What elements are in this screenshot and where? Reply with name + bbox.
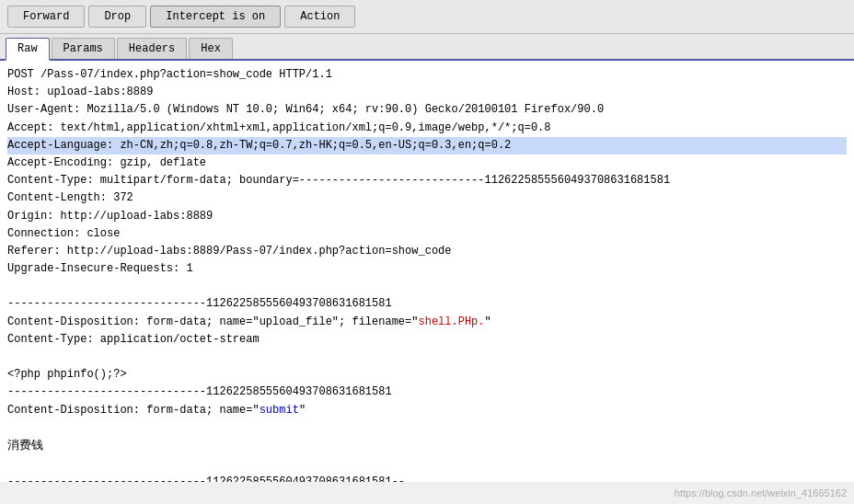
request-line-5: Accept-Language: zh-CN,zh;q=0.8,zh-TW;q=… [7,137,847,155]
request-line-12: Upgrade-Insecure-Requests: 1 [7,260,847,278]
toolbar: Forward Drop Intercept is on Action [0,0,854,34]
request-line-3: User-Agent: Mozilla/5.0 (Windows NT 10.0… [7,101,847,119]
request-line-10: Connection: close [7,225,847,243]
request-line-14: ------------------------------1126225855… [7,295,847,313]
request-line-22: 消费钱 [7,437,847,456]
intercept-button[interactable]: Intercept is on [150,6,281,28]
request-line-23 [7,456,847,474]
request-line-15: Content-Disposition: form-data; name="up… [7,314,847,331]
content-area[interactable]: POST /Pass-07/index.php?action=show_code… [0,61,854,482]
request-line-17 [7,349,847,366]
forward-button[interactable]: Forward [7,6,85,28]
request-line-6: Accept-Encoding: gzip, deflate [7,155,847,172]
request-line-18: <?php phpinfo();?> [7,366,847,384]
request-line-2: Host: upload-labs:8889 [7,84,847,101]
request-line-24: ------------------------------1126225855… [7,474,847,482]
request-line-9: Origin: http://upload-labs:8889 [7,208,847,225]
action-button[interactable]: Action [284,6,355,28]
tab-hex[interactable]: Hex [189,38,233,59]
request-line-21 [7,419,847,437]
request-line-1: POST /Pass-07/index.php?action=show_code… [7,66,847,84]
request-line-8: Content-Length: 372 [7,189,847,207]
tab-params[interactable]: Params [52,38,115,59]
tabs-bar: Raw Params Headers Hex [0,34,854,61]
request-line-11: Referer: http://upload-labs:8889/Pass-07… [7,243,847,260]
tab-raw[interactable]: Raw [6,38,50,61]
request-line-16: Content-Type: application/octet-stream [7,331,847,349]
request-line-13 [7,278,847,295]
request-line-20: Content-Disposition: form-data; name="su… [7,402,847,419]
tab-headers[interactable]: Headers [117,38,187,59]
watermark: https://blog.csdn.net/weixin_41665162 [675,487,847,498]
drop-button[interactable]: Drop [88,6,146,28]
request-line-4: Accept: text/html,application/xhtml+xml,… [7,120,847,137]
request-line-7: Content-Type: multipart/form-data; bound… [7,172,847,189]
request-line-19: ------------------------------1126225855… [7,384,847,401]
